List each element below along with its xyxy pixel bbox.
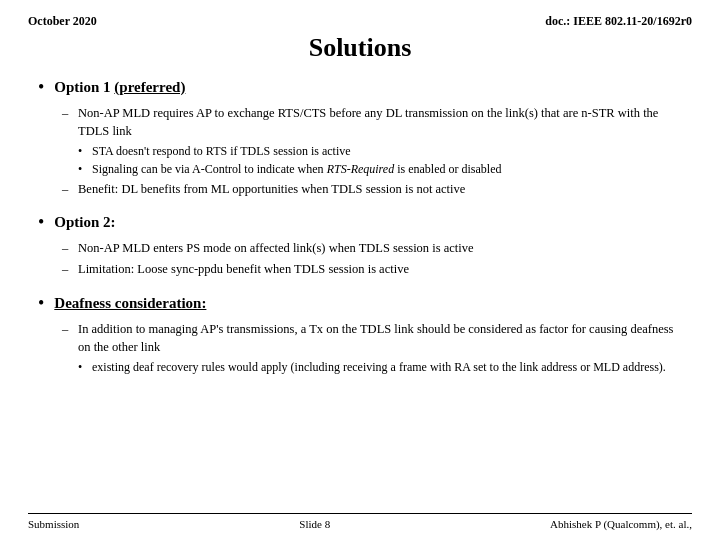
content: • Option 1 (preferred) – Non-AP MLD requ… (28, 77, 692, 513)
sub-bullet-1-text: STA doesn't respond to RTS if TDLS sessi… (92, 143, 351, 160)
option2-dash2: – Limitation: Loose sync-ppdu benefit wh… (62, 260, 682, 278)
dash-icon-1: – (62, 104, 72, 122)
deafness-sub-bullet-1-text: existing deaf recovery rules would apply… (92, 359, 666, 376)
deafness-dash1-text: In addition to managing AP's transmissio… (78, 320, 682, 356)
title-section: Solutions (28, 33, 692, 63)
option2-label: Option 2: (54, 212, 115, 233)
sub-bullet-dot-3: • (78, 359, 86, 376)
deafness-section: • Deafness consideration: – In addition … (38, 293, 682, 376)
deafness-label: Deafness consideration: (54, 293, 206, 314)
header: October 2020 doc.: IEEE 802.11-20/1692r0 (28, 14, 692, 29)
dash-icon-3: – (62, 239, 72, 257)
footer-right: Abhishek P (Qualcomm), et. al., (550, 518, 692, 530)
option2-sub-items: – Non-AP MLD enters PS mode on affected … (62, 239, 682, 278)
header-left: October 2020 (28, 14, 97, 29)
option2-section: • Option 2: – Non-AP MLD enters PS mode … (38, 212, 682, 278)
footer: Submission Slide 8 Abhishek P (Qualcomm)… (28, 513, 692, 530)
option1-dash2-text: Benefit: DL benefits from ML opportuniti… (78, 180, 682, 198)
option1-dash2: – Benefit: DL benefits from ML opportuni… (62, 180, 682, 198)
sub-bullet-2: • Signaling can be via A-Control to indi… (78, 161, 682, 178)
option2-dash2-text: Limitation: Loose sync-ppdu benefit when… (78, 260, 682, 278)
footer-left: Submission (28, 518, 79, 530)
dash-icon-5: – (62, 320, 72, 338)
bullet-dot-3: • (38, 291, 44, 316)
sub-bullet-2-text: Signaling can be via A-Control to indica… (92, 161, 501, 178)
deafness-header: • Deafness consideration: (38, 293, 682, 316)
deafness-sub-items: – In addition to managing AP's transmiss… (62, 320, 682, 376)
option1-label: Option 1 (preferred) (54, 77, 185, 98)
page: October 2020 doc.: IEEE 802.11-20/1692r0… (0, 0, 720, 540)
option2-dash1: – Non-AP MLD enters PS mode on affected … (62, 239, 682, 257)
footer-center: Slide 8 (299, 518, 330, 530)
sub-bullet-dot-2: • (78, 161, 86, 178)
dash-icon-4: – (62, 260, 72, 278)
bullet-dot-1: • (38, 75, 44, 100)
header-right: doc.: IEEE 802.11-20/1692r0 (545, 14, 692, 29)
option1-sub-bullets: • STA doesn't respond to RTS if TDLS ses… (78, 143, 682, 178)
sub-bullet-1: • STA doesn't respond to RTS if TDLS ses… (78, 143, 682, 160)
page-title: Solutions (28, 33, 692, 63)
option2-header: • Option 2: (38, 212, 682, 235)
option1-dash1: – Non-AP MLD requires AP to exchange RTS… (62, 104, 682, 140)
deafness-dash1: – In addition to managing AP's transmiss… (62, 320, 682, 356)
option1-header: • Option 1 (preferred) (38, 77, 682, 100)
deafness-sub-bullet-1: • existing deaf recovery rules would app… (78, 359, 682, 376)
bullet-dot-2: • (38, 210, 44, 235)
option2-dash1-text: Non-AP MLD enters PS mode on affected li… (78, 239, 682, 257)
option1-dash1-text: Non-AP MLD requires AP to exchange RTS/C… (78, 104, 682, 140)
sub-bullet-dot-1: • (78, 143, 86, 160)
deafness-sub-bullets: • existing deaf recovery rules would app… (78, 359, 682, 376)
option1-sub-items: – Non-AP MLD requires AP to exchange RTS… (62, 104, 682, 198)
dash-icon-2: – (62, 180, 72, 198)
option1-section: • Option 1 (preferred) – Non-AP MLD requ… (38, 77, 682, 198)
